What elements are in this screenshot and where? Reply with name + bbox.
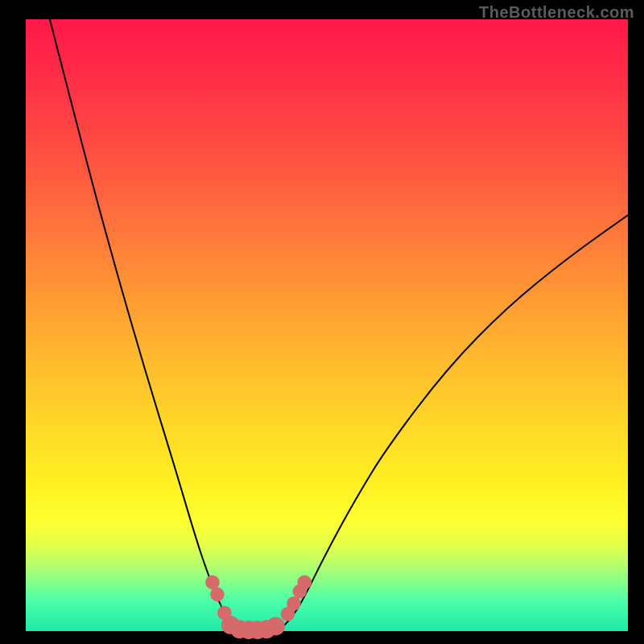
- curve-marker: [266, 617, 285, 636]
- curve-marker: [298, 575, 312, 589]
- watermark-text: TheBottleneck.com: [479, 3, 634, 22]
- bottleneck-curve: [26, 19, 628, 631]
- curve-marker: [205, 575, 220, 589]
- curve-markers: [205, 575, 312, 638]
- curve-line: [50, 19, 628, 631]
- curve-marker: [210, 588, 225, 602]
- curve-marker: [287, 597, 301, 611]
